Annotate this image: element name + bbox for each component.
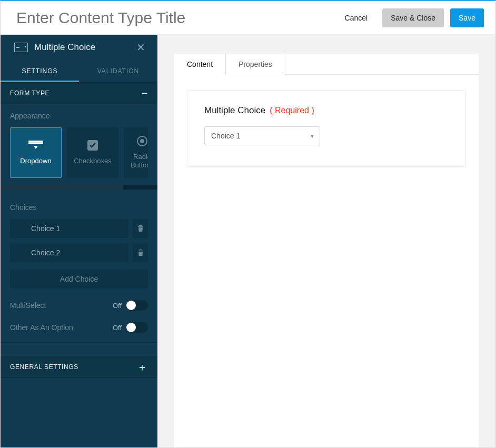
sidebar-header: Multiple Choice ✕ bbox=[1, 35, 157, 60]
svg-marker-2 bbox=[24, 46, 26, 48]
choices-label: Choices bbox=[10, 203, 148, 212]
multiselect-state: Off bbox=[113, 302, 122, 310]
multiple-choice-icon bbox=[14, 43, 28, 52]
save-button[interactable]: Save bbox=[450, 8, 484, 27]
choice-row bbox=[10, 243, 148, 262]
header-actions: Cancel Save & Close Save bbox=[336, 8, 484, 27]
section-general-settings-label: GENERAL SETTINGS bbox=[10, 363, 137, 371]
sidebar-panel: Multiple Choice ✕ SETTINGS VALIDATION FO… bbox=[1, 35, 157, 447]
choice-input[interactable] bbox=[10, 219, 128, 238]
choice-row bbox=[10, 219, 148, 238]
choices-block: Choices bbox=[10, 203, 148, 288]
section-form-type[interactable]: FORM TYPE − bbox=[1, 82, 157, 104]
multiselect-row: MultiSelect Off bbox=[10, 300, 148, 311]
other-option-row: Other As An Option Off bbox=[10, 322, 148, 333]
multiselect-toggle[interactable] bbox=[126, 300, 148, 311]
appearance-scrollbar[interactable] bbox=[1, 185, 157, 190]
cancel-button[interactable]: Cancel bbox=[336, 8, 376, 27]
add-choice-button[interactable]: Add Choice bbox=[10, 270, 148, 288]
dropdown-icon bbox=[28, 140, 43, 151]
main-area: Content Properties Multiple Choice ( Req… bbox=[157, 35, 495, 447]
appearance-options: Dropdown Checkboxes Radio Buttons bbox=[10, 127, 148, 178]
sidebar-tabs: SETTINGS VALIDATION bbox=[1, 60, 157, 82]
checkbox-icon bbox=[85, 140, 100, 151]
save-and-close-button[interactable]: Save & Close bbox=[382, 8, 444, 27]
choice-input[interactable] bbox=[10, 243, 128, 262]
other-option-label: Other As An Option bbox=[10, 323, 73, 332]
collapse-icon: − bbox=[142, 87, 148, 99]
sidebar-title: Multiple Choice bbox=[34, 42, 134, 53]
preview-dropdown[interactable]: Choice 1 bbox=[204, 126, 320, 145]
appearance-radio[interactable]: Radio Buttons bbox=[124, 127, 148, 178]
field-title-text: Multiple Choice bbox=[204, 105, 265, 116]
appearance-dropdown[interactable]: Dropdown bbox=[10, 127, 62, 178]
appearance-label: Appearance bbox=[10, 112, 148, 120]
title-input[interactable] bbox=[16, 9, 336, 27]
tab-validation[interactable]: VALIDATION bbox=[79, 60, 157, 82]
section-form-type-label: FORM TYPE bbox=[10, 89, 142, 97]
preview-area: Multiple Choice ( Required ) Choice 1 ▼ bbox=[174, 75, 479, 447]
tab-content[interactable]: Content bbox=[174, 54, 226, 75]
field-title: Multiple Choice ( Required ) bbox=[204, 105, 449, 116]
close-icon[interactable]: ✕ bbox=[134, 41, 147, 54]
preview-card: Multiple Choice ( Required ) Choice 1 ▼ bbox=[187, 90, 466, 167]
tab-settings[interactable]: SETTINGS bbox=[1, 60, 79, 82]
appearance-checkboxes[interactable]: Checkboxes bbox=[67, 127, 118, 178]
tab-properties[interactable]: Properties bbox=[226, 54, 285, 75]
delete-choice-button[interactable] bbox=[133, 219, 148, 238]
svg-point-8 bbox=[140, 139, 144, 143]
other-option-state: Off bbox=[113, 324, 122, 332]
svg-rect-0 bbox=[14, 43, 28, 52]
multiselect-label: MultiSelect bbox=[10, 301, 46, 310]
expand-icon: ＋ bbox=[137, 360, 148, 374]
delete-choice-button[interactable] bbox=[133, 243, 148, 262]
other-option-toggle[interactable] bbox=[126, 322, 148, 333]
appearance-dropdown-label: Dropdown bbox=[20, 157, 51, 165]
preview-tabs: Content Properties bbox=[174, 54, 479, 75]
svg-rect-1 bbox=[16, 47, 19, 48]
svg-rect-4 bbox=[28, 143, 43, 144]
required-label: ( Required ) bbox=[270, 106, 314, 115]
svg-rect-3 bbox=[28, 141, 43, 143]
header: Cancel Save & Close Save bbox=[1, 1, 495, 35]
radio-icon bbox=[135, 136, 148, 146]
section-general-settings[interactable]: GENERAL SETTINGS ＋ bbox=[1, 356, 157, 378]
svg-marker-5 bbox=[34, 146, 38, 149]
form-type-body: Appearance Dropdown Checkboxes bbox=[1, 104, 157, 342]
appearance-radio-label: Radio Buttons bbox=[124, 153, 148, 170]
appearance-checkboxes-label: Checkboxes bbox=[74, 157, 112, 165]
